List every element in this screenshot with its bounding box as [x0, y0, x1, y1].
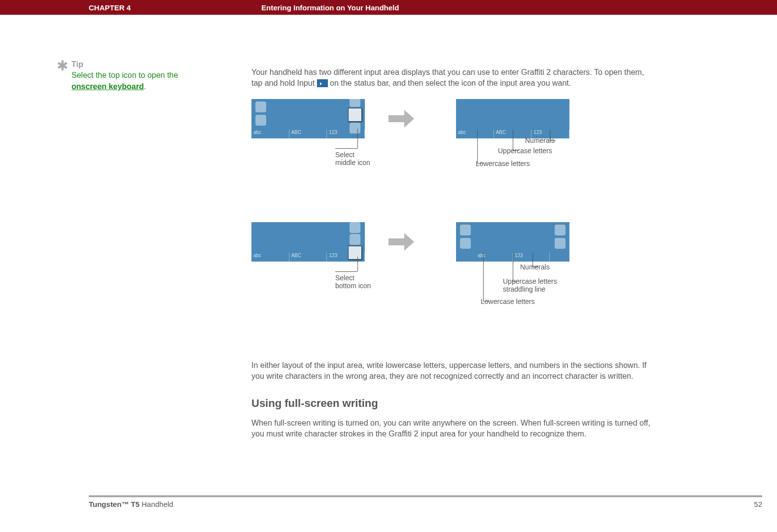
product-name: Tungsten™ T5 Handheld [89, 500, 173, 508]
launch-icons [553, 225, 567, 249]
selector-top-icon [350, 222, 360, 233]
callout-select-middle: Select middle icon [335, 151, 370, 166]
callout-numerals: Numerals [520, 263, 550, 271]
asterisk-icon: ✱ [57, 56, 68, 75]
tip-label: Tip [71, 60, 83, 68]
arrow-icon [388, 109, 418, 129]
tip-body: Select the top icon to open the onscreen… [71, 71, 178, 90]
zone-upper: ABC [289, 253, 327, 262]
header-bar: CHAPTER 4 Entering Information on Your H… [0, 0, 777, 15]
zone-num: 123 [513, 253, 550, 262]
selector-middle-icon [350, 234, 360, 245]
intro-part2: on the status bar, and then select the i… [330, 79, 571, 87]
callout-lowercase: Lowercase letters [481, 298, 535, 305]
main-content: Your handheld has two different input ar… [251, 59, 653, 441]
input-area-source-1: abc ABC 123 [251, 99, 365, 138]
callout-select-bottom: Select bottom icon [335, 274, 371, 290]
product-bold: Tungsten™ T5 [89, 500, 140, 508]
selector-middle-icon [348, 108, 362, 122]
app-icon [460, 225, 471, 235]
callout-lowercase: Lowercase letters [476, 160, 530, 167]
input-area-source-2: abc ABC 123 [251, 222, 365, 262]
callout-uppercase-straddle: Uppercase letters straddling line [503, 277, 557, 293]
selector-top-icon [350, 99, 360, 107]
onscreen-keyboard-link[interactable]: onscreen keyboard [71, 82, 144, 91]
chapter-title: Entering Information on Your Handheld [261, 3, 399, 12]
app-icon [255, 115, 266, 126]
intro-paragraph: Your handheld has two different input ar… [251, 67, 653, 89]
tip-block: ✱ Tip Select the top icon to open the on… [71, 59, 205, 92]
callout-lead [335, 148, 357, 149]
callout-lead [477, 130, 478, 163]
callout-lead [357, 257, 358, 271]
zone-upper: ABC [289, 130, 327, 138]
callout-lead [335, 271, 357, 272]
selector-bottom-icon [348, 246, 362, 260]
diagram-bottom-icon: abc ABC 123 Select bottom icon [251, 222, 653, 340]
chapter-label: CHAPTER 4 [89, 3, 261, 12]
tip-text-pre: Select the top icon to open the [71, 71, 178, 79]
selector-stack [348, 222, 362, 260]
diagram-middle-icon: abc ABC 123 Select middle icon [251, 99, 653, 202]
callout-uppercase: Uppercase letters [498, 147, 552, 155]
callout-lead [483, 253, 484, 301]
zone-lower: abc [456, 130, 494, 138]
launch-icons [458, 225, 473, 249]
zone-lower: abc [251, 253, 289, 262]
page-footer: Tungsten™ T5 Handheld 52 [89, 496, 762, 508]
callout-lead [357, 129, 358, 148]
input-icon [317, 79, 328, 87]
section-para-fullscreen: When full-screen writing is turned on, y… [251, 418, 653, 440]
zone-lower: abc [476, 253, 513, 262]
callout-numerals: Numerals [525, 136, 555, 144]
selector-bottom-icon [350, 123, 360, 133]
page-number: 52 [754, 500, 762, 508]
arrow-icon [388, 232, 418, 252]
tip-text-post: . [144, 82, 146, 91]
page-body: ✱ Tip Select the top icon to open the on… [0, 15, 777, 532]
zone-lower: abc [251, 130, 289, 138]
app-icon [555, 238, 565, 249]
after-paragraph: In either layout of the input area, writ… [251, 360, 653, 382]
section-heading-fullscreen: Using full-screen writing [251, 397, 653, 410]
product-rest: Handheld [140, 500, 173, 508]
app-icon [460, 238, 471, 249]
selector-stack [348, 99, 362, 133]
app-icon [555, 225, 565, 235]
launch-icons [253, 101, 268, 126]
app-icon [255, 101, 266, 112]
